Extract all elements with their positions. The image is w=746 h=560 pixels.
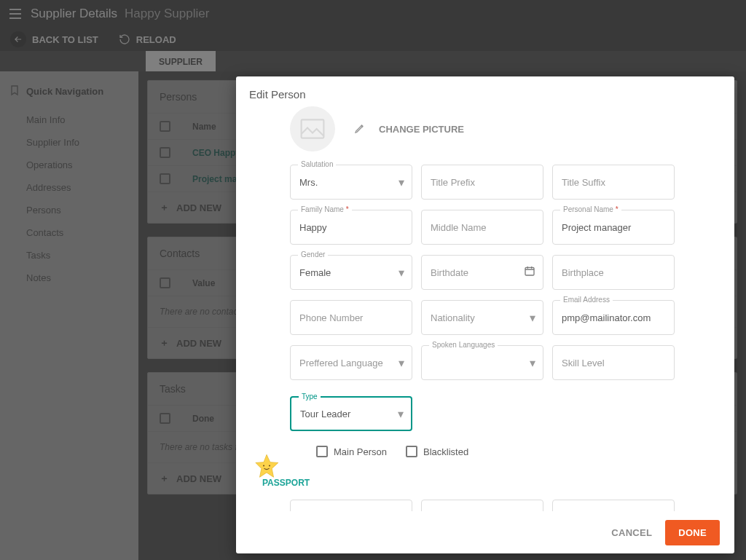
email-field[interactable]: Email Address: [552, 300, 675, 335]
email-label: Email Address: [560, 296, 613, 304]
passport-country-input[interactable]: [291, 500, 412, 511]
main-person-checkbox[interactable]: Main Person: [316, 446, 387, 457]
phone-input[interactable]: [291, 301, 412, 334]
cancel-button[interactable]: CANCEL: [611, 527, 652, 538]
middle-name-field[interactable]: [421, 210, 543, 245]
edit-person-modal: Edit Person CHANGE PICTURE Salutation ▾: [236, 76, 734, 553]
title-prefix-input[interactable]: [422, 165, 543, 199]
svg-point-1: [269, 465, 270, 466]
type-select[interactable]: Type ▾: [290, 396, 412, 431]
change-picture-label: CHANGE PICTURE: [379, 124, 464, 135]
birthplace-input[interactable]: [553, 256, 674, 289]
gender-label: Gender: [298, 251, 328, 259]
skill-level-field[interactable]: [552, 345, 675, 380]
passport-section-label: PASSPORT: [249, 468, 721, 495]
middle-name-input[interactable]: [422, 210, 543, 244]
personal-name-field[interactable]: Personal Name: [552, 210, 675, 245]
passport-issued-at-field[interactable]: [552, 500, 675, 511]
title-suffix-field[interactable]: [552, 165, 675, 200]
checkbox-icon: [406, 446, 417, 457]
skill-level-input[interactable]: [553, 346, 674, 379]
family-name-input[interactable]: [291, 210, 412, 244]
pencil-icon: [354, 122, 366, 136]
salutation-label: Salutation: [298, 160, 336, 168]
modal-title: Edit Person: [236, 76, 734, 106]
svg-rect-2: [302, 119, 324, 138]
passport-issued-at-input[interactable]: [553, 500, 674, 511]
birthdate-field[interactable]: [421, 255, 543, 290]
salutation-value[interactable]: [291, 165, 412, 199]
calendar-icon[interactable]: [524, 265, 535, 280]
family-name-field[interactable]: Family Name: [290, 210, 412, 245]
preferred-language-select[interactable]: ▾: [290, 345, 412, 380]
email-input[interactable]: [553, 301, 674, 334]
gender-select[interactable]: Gender ▾: [290, 255, 412, 290]
done-button[interactable]: DONE: [665, 520, 720, 545]
nationality-select[interactable]: ▾: [421, 300, 543, 335]
passport-number-field[interactable]: [421, 500, 543, 511]
star-icon: [253, 453, 280, 481]
title-prefix-field[interactable]: [421, 165, 543, 200]
blacklisted-label: Blacklisted: [423, 446, 468, 457]
svg-point-0: [263, 465, 264, 466]
svg-rect-3: [525, 267, 534, 275]
blacklisted-checkbox[interactable]: Blacklisted: [406, 446, 468, 457]
avatar-placeholder: [290, 106, 335, 151]
preferred-language-input[interactable]: [291, 346, 412, 379]
spoken-languages-input[interactable]: [422, 346, 543, 379]
title-suffix-input[interactable]: [553, 165, 674, 199]
spoken-languages-label: Spoken Languages: [429, 341, 498, 349]
phone-field[interactable]: [290, 300, 412, 335]
checkbox-icon: [316, 446, 328, 457]
type-value[interactable]: [291, 398, 411, 430]
gender-value[interactable]: [291, 256, 412, 289]
birthplace-field[interactable]: [552, 255, 675, 290]
main-person-label: Main Person: [334, 446, 387, 457]
family-name-label: Family Name: [298, 205, 352, 213]
type-label: Type: [299, 393, 321, 401]
nationality-input[interactable]: [422, 301, 543, 334]
passport-country-select[interactable]: ▾: [290, 500, 412, 511]
spoken-languages-select[interactable]: Spoken Languages ▾: [421, 345, 543, 380]
salutation-select[interactable]: Salutation ▾: [290, 165, 412, 200]
personal-name-label: Personal Name: [560, 205, 621, 213]
personal-name-input[interactable]: [553, 210, 674, 244]
change-picture-button[interactable]: CHANGE PICTURE: [354, 122, 464, 136]
passport-number-input[interactable]: [422, 500, 543, 511]
